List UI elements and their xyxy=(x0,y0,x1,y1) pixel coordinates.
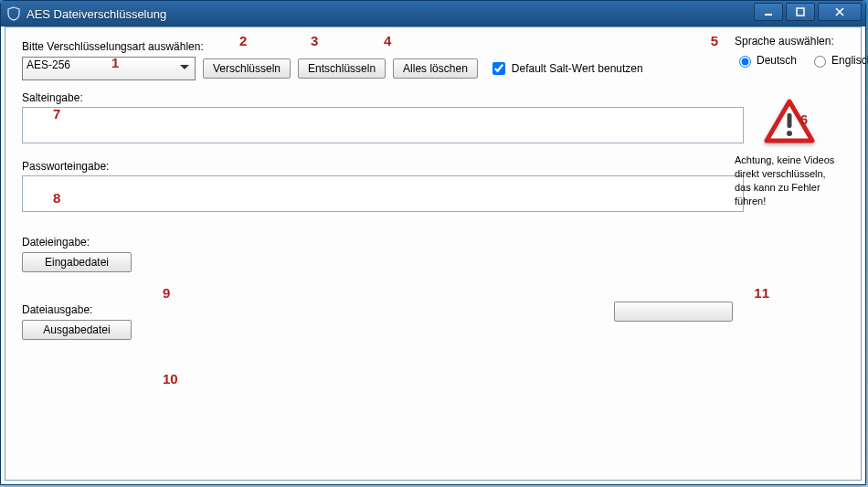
language-radio-de-label: Deutsch xyxy=(757,54,797,67)
salt-label: Salteingabe: xyxy=(22,91,844,104)
annotation-10: 10 xyxy=(163,371,178,386)
annotation-9: 9 xyxy=(163,285,170,301)
algo-select-label: Bitte Verschlüsselungsart auswählen: xyxy=(22,40,844,53)
language-radio-de-input[interactable] xyxy=(739,56,751,68)
unnamed-button[interactable] xyxy=(614,302,733,322)
language-header: Sprache auswählen: xyxy=(735,35,844,48)
warning-text: Achtung, keine Videos direkt verschlüsse… xyxy=(735,154,844,207)
password-label: Passworteingabe: xyxy=(22,160,844,173)
file-input-label: Dateieingabe: xyxy=(22,236,844,249)
maximize-button[interactable] xyxy=(786,3,815,21)
annotation-11: 11 xyxy=(754,285,769,301)
warning-icon xyxy=(764,99,815,144)
app-window: AES Dateiverschlüsselung Bitte Verschlüs… xyxy=(0,0,866,485)
language-radio-en[interactable]: Englisch xyxy=(810,53,868,68)
password-input[interactable] xyxy=(22,175,744,212)
clear-button[interactable]: Alles löschen xyxy=(393,58,478,79)
client-area: Bitte Verschlüsselungsart auswählen: AES… xyxy=(5,26,862,481)
window-title: AES Dateiverschlüsselung xyxy=(26,7,166,21)
decrypt-button[interactable]: Entschlüsseln xyxy=(298,58,386,79)
svg-rect-0 xyxy=(765,14,772,16)
language-radio-de[interactable]: Deutsch xyxy=(735,53,797,68)
file-input-button[interactable]: Eingabedatei xyxy=(22,252,132,272)
default-salt-checkbox-input[interactable] xyxy=(492,62,505,75)
svg-rect-1 xyxy=(797,8,804,16)
warning-area: Achtung, keine Videos direkt verschlüsse… xyxy=(735,99,844,207)
file-output-button[interactable]: Ausgabedatei xyxy=(22,320,132,340)
salt-input[interactable] xyxy=(22,107,744,143)
svg-point-3 xyxy=(787,131,792,136)
language-radio-en-label: Englisch xyxy=(831,54,868,67)
default-salt-checkbox[interactable]: Default Salt-Wert benutzen xyxy=(489,59,643,78)
algo-select-value: AES-256 xyxy=(26,58,70,71)
window-controls xyxy=(751,3,862,21)
language-radio-en-input[interactable] xyxy=(814,56,826,68)
svg-rect-2 xyxy=(788,113,792,128)
close-button[interactable] xyxy=(818,3,862,21)
algo-select[interactable]: AES-256 xyxy=(22,57,196,80)
default-salt-checkbox-label: Default Salt-Wert benutzen xyxy=(512,62,643,75)
encrypt-button[interactable]: Verschlüsseln xyxy=(203,58,291,79)
language-pane: Sprache auswählen: Deutsch Englisch xyxy=(735,35,844,207)
shield-icon xyxy=(6,6,21,21)
titlebar: AES Dateiverschlüsselung xyxy=(1,1,865,26)
minimize-button[interactable] xyxy=(754,3,783,21)
